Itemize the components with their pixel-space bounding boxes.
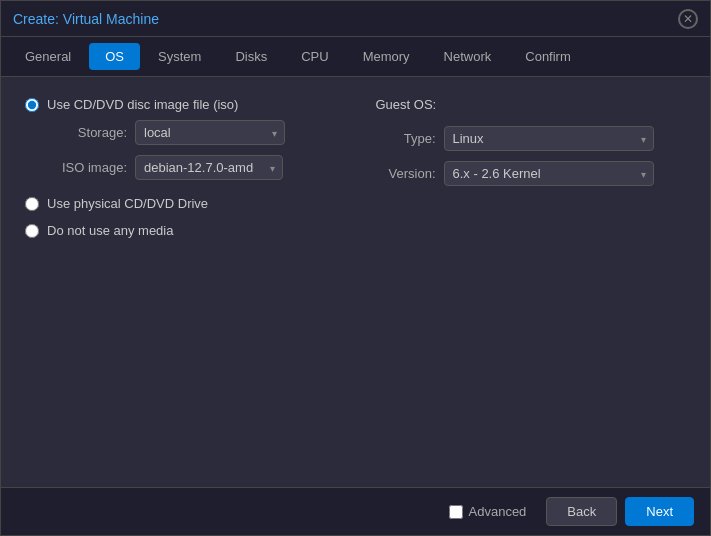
no-media-label: Do not use any media (47, 223, 173, 238)
version-row: Version: 6.x - 2.6 Kernel ▾ (376, 161, 687, 186)
type-label: Type: (376, 131, 436, 146)
guest-os-title: Guest OS: (376, 97, 687, 112)
guest-os-section: Guest OS: Type: Linux ▾ Version: (376, 97, 687, 186)
physical-drive-radio[interactable] (25, 197, 39, 211)
tab-confirm[interactable]: Confirm (509, 43, 587, 70)
type-select[interactable]: Linux (444, 126, 654, 151)
type-row: Type: Linux ▾ (376, 126, 687, 151)
advanced-checkbox[interactable] (449, 505, 463, 519)
close-button[interactable]: ✕ (678, 9, 698, 29)
version-select-wrapper: 6.x - 2.6 Kernel ▾ (444, 161, 654, 186)
storage-label: Storage: (47, 125, 127, 140)
no-media-radio[interactable] (25, 224, 39, 238)
storage-select-wrapper: local ▾ (135, 120, 285, 145)
iso-label: ISO image: (47, 160, 127, 175)
tab-cpu[interactable]: CPU (285, 43, 344, 70)
tab-general[interactable]: General (9, 43, 87, 70)
next-button[interactable]: Next (625, 497, 694, 526)
main-window: Create: Virtual Machine ✕ General OS Sys… (0, 0, 711, 536)
tab-memory[interactable]: Memory (347, 43, 426, 70)
tab-network[interactable]: Network (428, 43, 508, 70)
tab-bar: General OS System Disks CPU Memory Netwo… (1, 37, 710, 77)
cdrom-iso-option[interactable]: Use CD/DVD disc image file (iso) (25, 97, 336, 112)
two-column-layout: Use CD/DVD disc image file (iso) Storage… (25, 97, 686, 238)
advanced-label: Advanced (469, 504, 527, 519)
physical-drive-option[interactable]: Use physical CD/DVD Drive (25, 196, 336, 211)
no-media-option[interactable]: Do not use any media (25, 223, 336, 238)
iso-select-wrapper: debian-12.7.0-amd64- ▾ (135, 155, 283, 180)
content-area: Use CD/DVD disc image file (iso) Storage… (1, 77, 710, 487)
tab-system[interactable]: System (142, 43, 217, 70)
title-bar: Create: Virtual Machine ✕ (1, 1, 710, 37)
storage-select[interactable]: local (135, 120, 285, 145)
advanced-checkbox-wrapper[interactable]: Advanced (449, 504, 527, 519)
physical-drive-label: Use physical CD/DVD Drive (47, 196, 208, 211)
iso-select[interactable]: debian-12.7.0-amd64- (135, 155, 283, 180)
cdrom-iso-label: Use CD/DVD disc image file (iso) (47, 97, 238, 112)
cdrom-iso-fields: Storage: local ▾ ISO image: debian-1 (47, 120, 336, 180)
back-button[interactable]: Back (546, 497, 617, 526)
type-select-wrapper: Linux ▾ (444, 126, 654, 151)
iso-row: ISO image: debian-12.7.0-amd64- ▾ (47, 155, 336, 180)
storage-row: Storage: local ▾ (47, 120, 336, 145)
footer: Advanced Back Next (1, 487, 710, 535)
version-select[interactable]: 6.x - 2.6 Kernel (444, 161, 654, 186)
left-column: Use CD/DVD disc image file (iso) Storage… (25, 97, 336, 238)
window-title: Create: Virtual Machine (13, 11, 159, 27)
cdrom-iso-radio[interactable] (25, 98, 39, 112)
version-label: Version: (376, 166, 436, 181)
tab-os[interactable]: OS (89, 43, 140, 70)
right-column: Guest OS: Type: Linux ▾ Version: (376, 97, 687, 238)
tab-disks[interactable]: Disks (219, 43, 283, 70)
close-icon: ✕ (683, 12, 693, 26)
